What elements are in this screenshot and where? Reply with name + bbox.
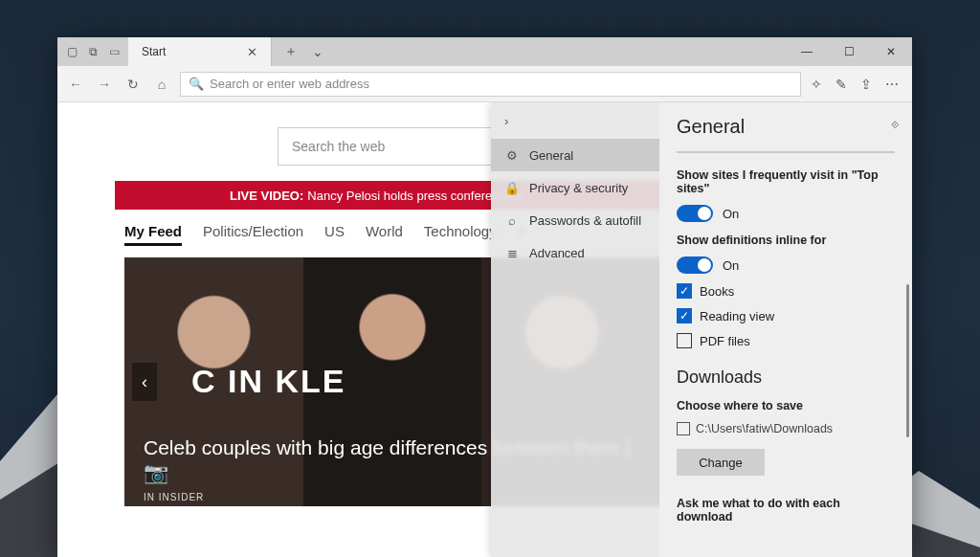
divider bbox=[677, 151, 895, 153]
tab-preview-icon[interactable]: ⧉ bbox=[84, 43, 101, 60]
tab-title: Start bbox=[142, 45, 166, 58]
home-button[interactable]: ⌂ bbox=[153, 77, 170, 92]
feed-tab-us[interactable]: US bbox=[324, 223, 345, 246]
settings-cat-passwords[interactable]: ⌕ Passwords & autofill bbox=[491, 204, 659, 236]
change-button[interactable]: Change bbox=[677, 449, 765, 476]
notes-icon[interactable]: ✎ bbox=[835, 77, 847, 92]
settings-title: General bbox=[677, 116, 895, 138]
topsite-state: On bbox=[723, 207, 739, 221]
feed-tab-technology[interactable]: Technology bbox=[424, 223, 497, 246]
definitions-state: On bbox=[723, 258, 739, 273]
checkbox-reading-view-label: Reading view bbox=[700, 309, 774, 323]
titlebar: ▢ ⧉ ▭ Start ✕ ＋ ⌄ ― ☐ ✕ bbox=[57, 37, 912, 66]
edge-window: ▢ ⧉ ▭ Start ✕ ＋ ⌄ ― ☐ ✕ ← → ↻ ⌂ 🔍 Search… bbox=[57, 37, 912, 557]
scrollbar-thumb[interactable] bbox=[906, 284, 909, 437]
tab-actions: ＋ ⌄ bbox=[272, 37, 337, 66]
more-icon[interactable]: ⋯ bbox=[885, 77, 899, 92]
topsite-toggle[interactable] bbox=[677, 205, 713, 222]
checkbox-reading-view[interactable]: ✓ bbox=[677, 308, 692, 323]
choose-save-label: Choose where to save bbox=[677, 399, 895, 412]
gear-icon: ⚙ bbox=[504, 148, 520, 163]
checkbox-pdf-files[interactable] bbox=[677, 333, 692, 348]
checkbox-books[interactable]: ✓ bbox=[677, 283, 692, 299]
definitions-label: Show definitions inline for bbox=[677, 234, 895, 247]
favorites-icon[interactable]: ✧ bbox=[811, 77, 822, 92]
save-path: C:\Users\fatiw\Downloads bbox=[696, 422, 833, 435]
settings-cat-label: Privacy & security bbox=[529, 181, 628, 195]
hero-brand-text: C IN KLE bbox=[191, 363, 345, 400]
ask-download-label: Ask me what to do with each download bbox=[677, 497, 895, 524]
content-area: Search the web LIVE VIDEO: Nancy Pelosi … bbox=[57, 102, 912, 557]
topsite-label: Show sites I frequently visit in "Top si… bbox=[677, 168, 895, 195]
checkbox-books-label: Books bbox=[700, 284, 734, 299]
folder-icon bbox=[677, 422, 690, 435]
settings-panel: ⟐ General Show sites I frequently visit … bbox=[659, 102, 912, 557]
lock-icon: 🔒 bbox=[504, 181, 520, 195]
settings-categories: › ⚙ General 🔒 Privacy & security ⌕ Passw… bbox=[491, 102, 659, 557]
address-placeholder: Search or enter web address bbox=[210, 77, 369, 91]
settings-cat-label: Passwords & autofill bbox=[529, 213, 641, 228]
sliders-icon: ≣ bbox=[504, 246, 520, 260]
show-tabs-icon[interactable]: ▭ bbox=[105, 43, 122, 60]
feed-tab-world[interactable]: World bbox=[366, 223, 403, 246]
settings-cat-privacy[interactable]: 🔒 Privacy & security bbox=[491, 171, 659, 204]
forward-button[interactable]: → bbox=[96, 77, 113, 92]
minimize-button[interactable]: ― bbox=[786, 37, 828, 66]
feed-tab-myfeed[interactable]: My Feed bbox=[124, 223, 182, 246]
close-window-button[interactable]: ✕ bbox=[870, 37, 912, 66]
settings-cat-general[interactable]: ⚙ General bbox=[491, 139, 659, 171]
settings-cat-label: General bbox=[529, 148, 573, 163]
window-controls: ― ☐ ✕ bbox=[786, 37, 912, 66]
chevron-right-icon: › bbox=[504, 114, 508, 128]
settings-back-button[interactable]: › bbox=[491, 102, 659, 139]
settings-flyout: › ⚙ General 🔒 Privacy & security ⌕ Passw… bbox=[491, 102, 912, 557]
hero-source: IN INSIDER bbox=[144, 492, 204, 502]
settings-cat-label: Advanced bbox=[529, 246, 585, 260]
feed-tab-politics[interactable]: Politics/Election bbox=[203, 223, 303, 246]
live-banner-label: LIVE VIDEO: bbox=[230, 189, 303, 203]
maximize-button[interactable]: ☐ bbox=[828, 37, 870, 66]
pin-icon[interactable]: ⟐ bbox=[891, 116, 899, 131]
address-bar[interactable]: 🔍 Search or enter web address bbox=[180, 72, 801, 97]
new-tab-button[interactable]: ＋ bbox=[281, 43, 301, 60]
hero-prev-button[interactable]: ‹ bbox=[132, 363, 157, 401]
toolbar: ← → ↻ ⌂ 🔍 Search or enter web address ✧ … bbox=[57, 66, 912, 102]
downloads-heading: Downloads bbox=[677, 368, 895, 388]
back-button[interactable]: ← bbox=[67, 77, 84, 92]
key-icon: ⌕ bbox=[504, 213, 520, 228]
change-button-label: Change bbox=[699, 456, 743, 470]
titlebar-left-icons: ▢ ⧉ ▭ bbox=[57, 37, 128, 66]
share-icon[interactable]: ⇪ bbox=[860, 77, 872, 92]
search-icon: 🔍 bbox=[189, 77, 204, 91]
definitions-toggle[interactable] bbox=[677, 256, 713, 274]
tab-start[interactable]: Start ✕ bbox=[128, 37, 272, 66]
settings-cat-advanced[interactable]: ≣ Advanced bbox=[491, 236, 659, 269]
close-icon[interactable]: ✕ bbox=[247, 45, 257, 59]
refresh-button[interactable]: ↻ bbox=[124, 77, 142, 92]
checkbox-pdf-files-label: PDF files bbox=[700, 334, 750, 348]
tab-chevron-down-icon[interactable]: ⌄ bbox=[308, 44, 327, 59]
tabs-aside-icon[interactable]: ▢ bbox=[63, 43, 80, 60]
search-placeholder: Search the web bbox=[292, 139, 385, 154]
